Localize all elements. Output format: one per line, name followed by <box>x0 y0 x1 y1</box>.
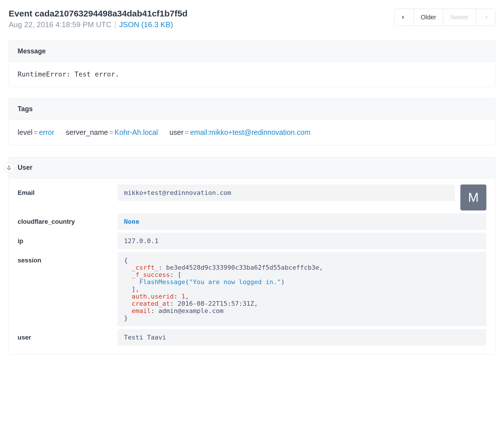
user-label-ip: ip <box>18 233 118 245</box>
tag-level: level=error <box>18 128 54 137</box>
chevrons-left-icon <box>401 15 407 20</box>
user-label-session: session <box>18 252 118 264</box>
user-label-email: Email <box>18 184 118 197</box>
user-label-user: user <box>18 329 118 341</box>
user-value-user: Testi Taavi <box>118 329 486 346</box>
tag-key: level <box>18 128 32 136</box>
tag-eq: = <box>108 128 115 136</box>
meta-separator: | <box>114 20 116 29</box>
user-value-session: { _csrft_: be3ed4528d9c333990c33ba62f5d5… <box>118 252 486 326</box>
first-button[interactable] <box>394 9 414 26</box>
tag-value[interactable]: error <box>39 128 54 136</box>
older-button[interactable]: Older <box>414 9 444 26</box>
tag-value[interactable]: email:mikko+test@redinnovation.com <box>190 128 311 136</box>
user-row-cloudflare: cloudflare_country None <box>18 213 486 230</box>
user-value-email: mikko+test@redinnovation.com <box>118 184 455 201</box>
chevrons-right-icon <box>483 15 488 20</box>
json-link[interactable]: JSON (16.3 KB) <box>119 20 173 29</box>
event-meta: Aug 22, 2016 4:18:59 PM UTC | JSON (16.3… <box>9 20 188 29</box>
user-row-session: session { _csrft_: be3ed4528d9c333990c33… <box>18 252 486 326</box>
event-nav: Older Newer <box>394 9 495 26</box>
tag-user: user=email:mikko+test@redinnovation.com <box>169 128 310 137</box>
avatar: M <box>460 184 486 210</box>
event-label: Event <box>9 9 32 18</box>
tags-panel: Tags level=error server_name=Kohr-Ah.loc… <box>9 98 495 146</box>
user-row-ip: ip 127.0.0.1 <box>18 233 486 249</box>
last-button[interactable] <box>476 9 495 26</box>
message-panel-title: Message <box>9 41 495 62</box>
event-title-block: Event cada210763294498a34dab41cf1b7f5d A… <box>9 9 188 29</box>
tag-eq: = <box>32 128 39 136</box>
user-panel-title: User <box>9 157 495 178</box>
user-row-email: Email mikko+test@redinnovation.com <box>18 184 455 201</box>
tag-server-name: server_name=Kohr-Ah.local <box>66 128 158 137</box>
event-title: Event cada210763294498a34dab41cf1b7f5d <box>9 9 188 18</box>
event-timestamp: Aug 22, 2016 4:18:59 PM UTC <box>9 20 112 29</box>
message-body: RuntimeError: Test error. <box>9 62 495 87</box>
user-value-cloudflare[interactable]: None <box>118 213 486 230</box>
message-panel: Message RuntimeError: Test error. <box>9 41 495 87</box>
tag-key: server_name <box>66 128 108 136</box>
tag-key: user <box>169 128 184 136</box>
tags-body: level=error server_name=Kohr-Ah.local us… <box>9 120 495 145</box>
user-value-ip: 127.0.0.1 <box>118 233 486 249</box>
newer-button[interactable]: Newer <box>443 9 476 26</box>
svg-point-0 <box>9 166 10 167</box>
user-label-cloudflare: cloudflare_country <box>18 213 118 225</box>
tag-value[interactable]: Kohr-Ah.local <box>114 128 158 136</box>
user-row-user: user Testi Taavi <box>18 329 486 346</box>
user-body: Email mikko+test@redinnovation.com M clo… <box>9 178 495 354</box>
user-title-text: User <box>18 164 32 171</box>
tag-eq: = <box>184 128 190 136</box>
event-id: cada210763294498a34dab41cf1b7f5d <box>35 9 188 18</box>
anchor-icon[interactable] <box>4 163 14 173</box>
event-header: Event cada210763294498a34dab41cf1b7f5d A… <box>9 9 495 29</box>
tags-panel-title: Tags <box>9 99 495 120</box>
user-panel: User Email mikko+test@redinnovation.com … <box>9 157 495 355</box>
